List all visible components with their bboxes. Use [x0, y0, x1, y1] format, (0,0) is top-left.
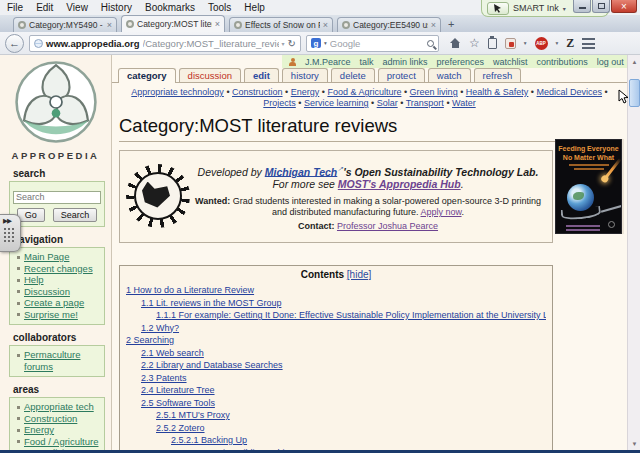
toc-link[interactable]: 2.5.2.1 Backing Up [171, 435, 247, 445]
sidebar-nav-link[interactable]: Main Page [24, 251, 69, 262]
google-icon[interactable]: g [311, 38, 321, 48]
menu-item[interactable]: Help [244, 2, 265, 13]
adblock-icon[interactable]: ABP [535, 37, 548, 50]
page-tab[interactable]: discussion [179, 68, 241, 82]
toc-link[interactable]: 2.5.2 Zotero [156, 423, 205, 433]
category-link[interactable]: Water [452, 98, 476, 108]
search-engine-dropdown-icon[interactable]: ▾ [324, 40, 327, 46]
search-icon[interactable] [427, 40, 434, 47]
browser-tab[interactable]: Category:MOST literature r... × [121, 15, 225, 32]
close-button[interactable]: × [611, 0, 637, 13]
sidebar-collab-link[interactable]: Permaculture forums [24, 349, 81, 372]
sidebar-nav-link[interactable]: Recent changes [24, 263, 93, 274]
toc-link[interactable]: 2.3 Patents [141, 373, 187, 383]
personal-bar-link[interactable]: watchlist [493, 57, 528, 67]
chevron-down-icon[interactable]: ▾ [563, 5, 566, 12]
page-tab[interactable]: delete [331, 68, 375, 82]
tab-close-icon[interactable]: × [107, 21, 112, 30]
sidebar-area-link[interactable]: Food / Agriculture [24, 436, 98, 447]
category-link[interactable]: Green living [410, 87, 458, 97]
personal-bar-link[interactable]: J.M.Pearce [305, 57, 351, 67]
category-link[interactable]: Medical Devices [537, 87, 603, 97]
personal-bar-link[interactable]: contributions [537, 57, 588, 67]
toc-link[interactable]: 2.5.1 MTU's Proxy [156, 410, 230, 420]
category-link[interactable]: Construction [232, 87, 283, 97]
personal-bar-link[interactable]: talk [360, 57, 374, 67]
menu-item[interactable]: Bookmarks [145, 2, 195, 13]
category-link[interactable]: Appropriate technology [131, 87, 224, 97]
book-cover-image[interactable]: Feeding Everyone No Matter What [555, 139, 622, 234]
category-link[interactable]: Projects [263, 98, 296, 108]
scrollbar-thumb[interactable] [629, 79, 640, 107]
page-tab[interactable]: watch [428, 68, 471, 82]
vertical-scrollbar[interactable]: ▲ ▼ [627, 55, 640, 450]
reload-icon[interactable]: ↻ [288, 38, 296, 49]
minimize-button[interactable] [573, 0, 591, 13]
toc-link[interactable]: 2.4 Literature Tree [141, 385, 215, 395]
contact-link[interactable]: Professor Joshua Pearce [337, 221, 438, 231]
personal-bar-link[interactable]: admin links [383, 57, 428, 67]
page-tab[interactable]: history [282, 68, 328, 82]
tab-close-icon[interactable]: × [323, 21, 328, 30]
scroll-down-icon[interactable]: ▼ [628, 437, 640, 450]
web-search-input[interactable] [330, 38, 424, 49]
menu-item[interactable]: Tools [208, 2, 231, 13]
menu-item[interactable]: View [66, 2, 88, 13]
toc-link[interactable]: 2.5 Software Tools [141, 398, 215, 408]
url-dropdown-icon[interactable]: ▾ [282, 40, 285, 47]
bookmark-star-icon[interactable]: ☆ [469, 37, 480, 49]
sidebar-nav-link[interactable]: Surprise me! [24, 309, 78, 320]
category-link[interactable]: Food & Agriculture [327, 87, 401, 97]
expand-arrows-icon[interactable]: ▶▶ [3, 217, 20, 225]
clipboard-icon[interactable] [488, 38, 497, 49]
chevron-down-icon[interactable]: ▾ [556, 40, 559, 46]
browser-tab[interactable]: Category:MY5490 - Appro... × [13, 17, 117, 32]
michigan-tech-link[interactable]: Michigan Tech [265, 165, 338, 177]
toc-link[interactable]: 1.2 Why? [141, 323, 179, 333]
new-tab-button[interactable]: + [448, 19, 454, 30]
appropedia-logo[interactable]: APPROPEDIA [12, 60, 100, 161]
toc-hide-link[interactable]: [hide] [347, 269, 371, 280]
scroll-up-icon[interactable]: ▲ [628, 55, 640, 68]
category-link[interactable]: Service learning [304, 98, 369, 108]
smart-ink-pointer-button[interactable] [487, 2, 509, 15]
sidebar-area-link[interactable]: Appropriate tech [24, 401, 94, 412]
toc-link[interactable]: 2 Searching [126, 335, 174, 345]
sidebar-nav-link[interactable]: Help [24, 274, 44, 285]
back-button[interactable]: ← [5, 34, 24, 53]
toc-link[interactable]: 1 How to do a Literature Review [126, 285, 254, 295]
personal-bar-link[interactable]: preferences [437, 57, 485, 67]
category-link[interactable]: Transport [406, 98, 444, 108]
search-button[interactable]: Search [53, 208, 98, 222]
sidebar-area-link[interactable]: Construction [24, 413, 77, 424]
toc-link[interactable]: 2.1 Web search [141, 348, 204, 358]
zotero-icon[interactable]: Z [566, 36, 574, 51]
maximize-button[interactable] [592, 0, 610, 13]
browser-tab[interactable]: Category:EE5490 users 201... × [337, 17, 441, 32]
page-tab[interactable]: edit [244, 68, 279, 82]
page-tab[interactable]: refresh [474, 68, 522, 82]
category-link[interactable]: Energy [291, 87, 320, 97]
home-icon[interactable] [450, 38, 461, 48]
category-link[interactable]: Health & Safety [466, 87, 529, 97]
menu-item[interactable]: File [7, 2, 23, 13]
tab-close-icon[interactable]: × [431, 21, 436, 30]
url-bar[interactable]: www.appropedia.org /Category:MOST_litera… [29, 35, 301, 52]
toc-link[interactable]: 2.2 Library and Database Searches [141, 360, 283, 370]
personal-bar-link[interactable]: log out [597, 57, 624, 67]
category-link[interactable]: Solar [377, 98, 398, 108]
browser-tab[interactable]: Effects of Snow on Photov... × [229, 17, 333, 32]
search-bar[interactable]: g ▾ [306, 35, 439, 52]
page-tab[interactable]: category [118, 68, 176, 83]
page-tab[interactable]: protect [378, 68, 425, 82]
menu-hamburger-icon[interactable] [582, 38, 595, 49]
sidebar-nav-link[interactable]: Create a page [24, 297, 84, 308]
toc-link[interactable]: 1.1 Lit. reviews in the MOST Group [141, 298, 281, 308]
menu-item[interactable]: History [101, 2, 132, 13]
sidebar-nav-link[interactable]: Discussion [24, 286, 70, 297]
sidebar-search-input[interactable] [13, 191, 101, 204]
sidebar-area-link[interactable]: Energy [24, 424, 54, 435]
pdf-addon-icon[interactable] [505, 38, 516, 49]
menu-item[interactable]: Edit [36, 2, 53, 13]
site-identity-icon[interactable] [34, 39, 43, 48]
